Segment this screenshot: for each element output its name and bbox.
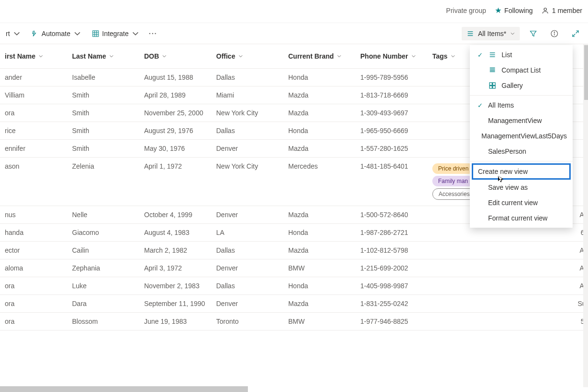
integrate-button[interactable]: Integrate bbox=[91, 28, 140, 39]
filter-button[interactable] bbox=[526, 26, 541, 41]
table-cell: Denver bbox=[211, 259, 283, 277]
table-cell: Luke bbox=[67, 277, 139, 294]
save-view-as-label: Save view as bbox=[488, 184, 527, 191]
save-view-as[interactable]: Save view as bbox=[470, 180, 573, 195]
col-first-name[interactable]: irst Name bbox=[5, 52, 62, 60]
view-item-management[interactable]: ManagementView bbox=[470, 113, 573, 128]
command-right: All Items* bbox=[462, 26, 583, 41]
cursor-icon bbox=[497, 175, 505, 185]
tags-cell bbox=[428, 241, 572, 259]
table-cell: 1-977-946-8825 bbox=[355, 312, 428, 330]
view-switcher[interactable]: All Items* bbox=[462, 27, 520, 40]
view-option-label: List bbox=[502, 51, 512, 59]
view-option-label: Compact List bbox=[502, 66, 541, 74]
table-cell: Denver bbox=[211, 294, 283, 312]
table-cell: Mazda bbox=[283, 86, 355, 104]
format-current-view-label: Format current view bbox=[488, 214, 548, 222]
view-item-management5[interactable]: ManagementViewLast5Days bbox=[470, 128, 573, 144]
star-icon: ★ bbox=[495, 6, 502, 15]
col-phone[interactable]: Phone Number bbox=[360, 52, 423, 60]
list-icon bbox=[488, 51, 497, 59]
table-row[interactable]: oraDaraSeptember 11, 1990DenverMazda1-83… bbox=[0, 294, 588, 312]
table-cell: handa bbox=[0, 223, 67, 241]
more-button[interactable]: ··· bbox=[149, 30, 158, 37]
table-cell: 1-965-950-6669 bbox=[355, 122, 428, 139]
filter-icon bbox=[529, 29, 538, 38]
tags-cell bbox=[428, 294, 572, 312]
table-cell: November 25, 2000 bbox=[139, 104, 211, 122]
view-option-gallery[interactable]: Gallery bbox=[470, 78, 573, 93]
table-cell: 1-995-789-5956 bbox=[355, 68, 428, 86]
create-new-view[interactable]: Create new view bbox=[472, 163, 571, 180]
table-cell: rice bbox=[0, 122, 67, 139]
table-cell: 1-987-286-2721 bbox=[355, 223, 428, 241]
format-current-view[interactable]: Format current view bbox=[470, 210, 573, 226]
col-dob[interactable]: DOB bbox=[144, 52, 207, 60]
vertical-scrollbar-thumb[interactable] bbox=[584, 45, 588, 100]
table-cell: Blossom bbox=[67, 312, 139, 330]
table-cell: Honda bbox=[283, 277, 355, 294]
members-button[interactable]: 1 member bbox=[541, 7, 582, 14]
col-office[interactable]: Office bbox=[216, 52, 279, 60]
table-cell: April 1, 1972 bbox=[139, 157, 211, 206]
check-icon: ✓ bbox=[477, 102, 483, 109]
edit-current-view[interactable]: Edit current view bbox=[470, 195, 573, 210]
table-row[interactable]: oraLukeNovember 2, 1983DallasHonda1-405-… bbox=[0, 277, 588, 294]
view-item-label: ManagementViewLast5Days bbox=[481, 132, 567, 140]
table-cell: Miami bbox=[211, 86, 283, 104]
table-cell: Dallas bbox=[211, 277, 283, 294]
table-cell: Toronto bbox=[211, 312, 283, 330]
menu-separator bbox=[470, 161, 573, 161]
col-last-name[interactable]: Last Name bbox=[72, 52, 135, 60]
table-cell: October 4, 1999 bbox=[139, 206, 211, 223]
table-cell: ector bbox=[0, 241, 67, 259]
automate-button[interactable]: Automate bbox=[30, 28, 82, 39]
horizontal-scrollbar[interactable] bbox=[0, 386, 248, 392]
table-cell: Dallas bbox=[211, 68, 283, 86]
table-cell: Honda bbox=[283, 68, 355, 86]
view-option-list[interactable]: ✓ List bbox=[470, 47, 573, 62]
view-item-all[interactable]: ✓ All Items bbox=[470, 98, 573, 113]
table-cell: Isabelle bbox=[67, 68, 139, 86]
expand-button[interactable] bbox=[568, 26, 583, 41]
table-cell: 1-215-699-2002 bbox=[355, 259, 428, 277]
table-cell: Zelenia bbox=[67, 157, 139, 206]
table-cell: ander bbox=[0, 68, 67, 86]
svg-rect-15 bbox=[490, 83, 492, 85]
view-item-sales[interactable]: SalesPerson bbox=[470, 144, 573, 159]
col-brand[interactable]: Current Brand bbox=[288, 52, 351, 60]
svg-point-7 bbox=[554, 32, 554, 32]
table-cell: Cailin bbox=[67, 241, 139, 259]
table-cell: New York City bbox=[211, 104, 283, 122]
table-cell: 1-481-185-6401 bbox=[355, 157, 428, 206]
tags-cell bbox=[428, 277, 572, 294]
table-cell: August 15, 1988 bbox=[139, 68, 211, 86]
following-toggle[interactable]: ★ Following bbox=[495, 6, 533, 15]
table-cell: ora bbox=[0, 294, 67, 312]
table-cell: Denver bbox=[211, 206, 283, 223]
compact-list-icon bbox=[488, 66, 497, 74]
table-cell: Denver bbox=[211, 139, 283, 157]
tags-cell bbox=[428, 259, 572, 277]
view-item-label: SalesPerson bbox=[488, 147, 526, 155]
view-option-compact[interactable]: Compact List bbox=[470, 62, 573, 78]
table-cell: Dallas bbox=[211, 241, 283, 259]
table-cell: Villiam bbox=[0, 86, 67, 104]
table-row[interactable]: ectorCailinMarch 2, 1982DallasMazda1-102… bbox=[0, 241, 588, 259]
view-option-label: Gallery bbox=[502, 82, 523, 89]
chevron-down-icon bbox=[451, 54, 455, 59]
table-cell: April 28, 1989 bbox=[139, 86, 211, 104]
info-button[interactable] bbox=[547, 26, 562, 41]
table-cell: 1-309-493-9697 bbox=[355, 104, 428, 122]
tag-pill: Family man bbox=[432, 176, 474, 186]
table-cell: 1-557-280-1625 bbox=[355, 139, 428, 157]
svg-rect-17 bbox=[490, 86, 492, 88]
tag-pill: Price driven bbox=[432, 163, 474, 174]
table-row[interactable]: alomaZephaniaApril 3, 1972DenverBMW1-215… bbox=[0, 259, 588, 277]
table-cell: 1-831-255-0242 bbox=[355, 294, 428, 312]
table-cell: May 30, 1976 bbox=[139, 139, 211, 157]
table-cell: ennifer bbox=[0, 139, 67, 157]
chevron-down-icon bbox=[337, 54, 342, 59]
first-command-button[interactable]: rt bbox=[5, 28, 22, 39]
table-row[interactable]: oraBlossomJune 19, 1983TorontoBMW1-977-9… bbox=[0, 312, 588, 330]
